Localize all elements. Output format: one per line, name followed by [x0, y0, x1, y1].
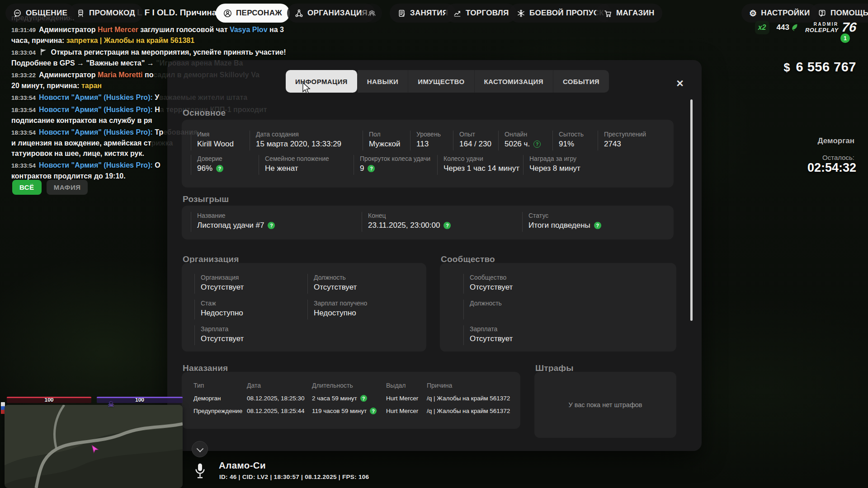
chat-line: 18:33:04 Открыта регистрация на мероприя…	[11, 47, 286, 58]
money-display: $ 6 556 767	[784, 60, 856, 75]
topbar-button-character[interactable]: ПЕРСОНАЖ	[216, 4, 290, 23]
chat-filter-bar: ВСЁМАФИЯ	[12, 180, 88, 195]
punishments-card: ТипДатаДлительностьВыдалПричина Деморган…	[182, 372, 520, 429]
table-cell-reason: /q | Жалобы на крайм 561372	[427, 395, 510, 402]
chat-segment: "Игровая арена Maze Ba	[156, 59, 243, 67]
topbar-button-promocode[interactable]: ПРОМОКОД	[69, 4, 143, 23]
chat-filter-mafia[interactable]: МАФИЯ	[47, 180, 88, 195]
chat-log: предупреждения.18:31:49Администратор Hur…	[11, 13, 286, 183]
info-field: СтажНедоступно	[194, 300, 307, 319]
help-icon[interactable]: ?	[443, 222, 451, 229]
close-icon[interactable]: ✕	[670, 74, 690, 94]
microphone-icon[interactable]	[194, 463, 206, 481]
field-value: 91%	[559, 140, 598, 149]
topbar-button-communication[interactable]: ОБЩЕНИЕ	[5, 4, 75, 23]
field-value-text: Мужской	[369, 140, 401, 149]
topbar-button-shop[interactable]: МАГАЗИН	[596, 4, 662, 23]
help-icon[interactable]: ?	[533, 141, 541, 148]
field-value: Итоги подведены?	[528, 221, 665, 230]
info-field: Награда за игруЧерез 8 минут	[523, 155, 665, 175]
help-icon[interactable]: ?	[370, 408, 377, 414]
field-value: Отсутствует	[470, 283, 676, 292]
tab-information[interactable]: ИНФОРМАЦИЯ	[286, 70, 358, 93]
tab-customization[interactable]: КАСТОМИЗАЦИЯ	[475, 70, 553, 93]
topbar-button-label: ПЕРСОНАЖ	[236, 9, 282, 18]
field-label: Опыт	[459, 131, 498, 138]
person-icon	[223, 9, 232, 18]
field-value-text: 23.11.2025, 23:00:00	[368, 221, 440, 230]
field-value-text: Итоги подведены	[528, 221, 590, 230]
field-value: 2743	[604, 140, 665, 149]
leaf-count-value: 443	[777, 23, 789, 32]
help-icon[interactable]: ?	[360, 395, 367, 402]
chat-segment: Maria Moretti	[98, 71, 143, 79]
minimap: 100 100 ☠	[5, 394, 183, 488]
field-value-text: Отсутствует	[314, 283, 357, 292]
fines-empty-text: У вас пока нет штрафов	[568, 401, 642, 408]
field-label: Зарплат получено	[314, 300, 414, 307]
info-field: Уровень113	[410, 131, 453, 150]
help-icon[interactable]: ?	[594, 222, 601, 229]
scroll-down-button[interactable]	[192, 441, 208, 457]
chat-segment: важаемые жители штата	[159, 94, 248, 101]
tab-skills[interactable]: НАВЫКИ	[358, 70, 409, 93]
chat-segment: 20 минут, причина:	[11, 82, 81, 89]
chat-message: 18:33:54Новости "Армия" (Huskies Pro): О…	[11, 160, 286, 181]
info-field: СообществоОтсутствует	[463, 274, 676, 294]
skull-icon: ☠	[108, 400, 114, 409]
logo-line2: ROLEPLAY	[805, 27, 839, 33]
topbar-button-faction[interactable]	[362, 4, 382, 23]
flag-icon	[39, 48, 49, 56]
chevron-down-icon	[196, 445, 203, 452]
panel-scrollbar[interactable]	[690, 99, 693, 321]
table-cell-date: 08.12.2025, 18:25:44	[247, 408, 309, 414]
help-icon[interactable]: ?	[368, 165, 375, 172]
field-label: Сытость	[559, 131, 598, 138]
chat-filter-all[interactable]: ВСЁ	[12, 180, 42, 195]
topbar-button-label: ОРГАНИЗАЦИЯ	[307, 9, 368, 18]
logo-76-mark: 76	[841, 20, 857, 35]
table-cell-date: 08.12.2025, 18:25:30	[247, 395, 309, 402]
field-value-text: Отсутствует	[470, 334, 513, 343]
table-header: Длительность	[312, 382, 383, 389]
promo-icon	[76, 9, 85, 18]
cell-text: Hurt Mercer	[386, 395, 418, 402]
table-header: Тип	[193, 382, 244, 389]
table-row: Деморган08.12.2025, 18:25:302 часа 59 ми…	[193, 395, 509, 402]
info-field: Зарплат полученоНедоступно	[307, 300, 414, 319]
info-field: ОрганизацияОтсутствует	[194, 274, 307, 294]
info-field: Преступлений2743	[598, 131, 665, 150]
cell-text: /q | Жалобы на крайм 561372	[427, 408, 510, 414]
field-label: Награда за игру	[529, 155, 665, 162]
chat-line: подписание контрактов на службу в ря	[11, 115, 286, 126]
topbar-button-label: НАСТРОЙКИ	[761, 9, 810, 18]
x2-multiplier-badge: x2	[755, 21, 769, 34]
topbar-button-label: БОЕВОЙ ПРОПУСК	[529, 9, 604, 18]
field-value-text: Отсутствует	[201, 334, 244, 343]
jail-title: Деморган	[818, 136, 854, 145]
jail-timer: 02:54:32	[807, 161, 856, 175]
chat-timestamp: 18:31:49	[11, 27, 36, 33]
tab-events[interactable]: СОБЫТИЯ	[553, 70, 609, 93]
help-icon[interactable]: ?	[268, 222, 275, 229]
topbar-button-label: ЗАНЯТИЯ	[410, 9, 448, 18]
journal-icon	[397, 9, 406, 18]
chat-line: часа, причина: запретка | Жалобы на край…	[11, 35, 286, 46]
info-field: Конец23.11.2025, 23:00:00?	[362, 212, 522, 232]
field-value-text: Через 8 минут	[529, 164, 580, 173]
field-value: Через 8 минут	[529, 164, 665, 173]
field-value-text: Недоступно	[314, 309, 356, 318]
chat-message: 18:33:54Новости "Армия" (Huskies Pro): Т…	[11, 127, 286, 159]
chat-message: 18:33:54Новости "Армия" (Huskies Pro): У…	[11, 92, 286, 103]
community-card: СообществоОтсутствуетДолжностьЗарплатаОт…	[440, 263, 676, 352]
field-value: Отсутствует	[470, 334, 676, 343]
table-cell-duration: 2 часа 59 минут?	[312, 395, 383, 402]
tab-property[interactable]: ИМУЩЕСТВО	[408, 70, 474, 93]
topbar-button-trade[interactable]: ТОРГОВЛЯ	[445, 4, 517, 23]
cell-text: 119 часов 59 минут	[312, 408, 367, 414]
radmir-roleplay-logo: RADMIR ROLEPLAY 76	[805, 20, 856, 35]
organization-card: ОрганизацияОтсутствуетДолжностьОтсутству…	[182, 263, 426, 352]
notification-badge[interactable]: 1	[840, 33, 850, 43]
info-field: Прокруток колеса удачи9?	[354, 155, 437, 175]
location-name: Аламо-Си	[219, 460, 266, 471]
